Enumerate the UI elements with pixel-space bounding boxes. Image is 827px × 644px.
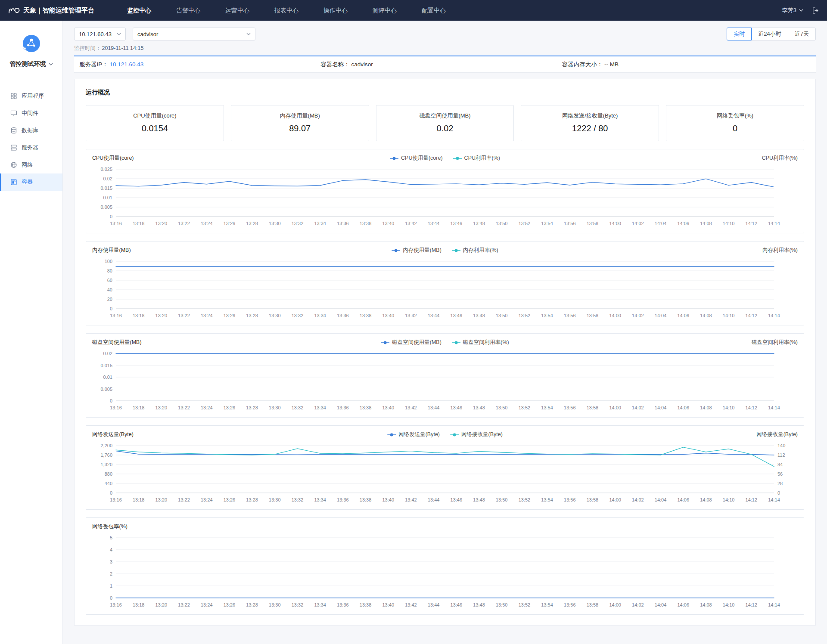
svg-text:14:12: 14:12 (746, 602, 758, 607)
env-avatar (22, 34, 41, 53)
svg-text:13:16: 13:16 (110, 221, 122, 226)
svg-text:13:50: 13:50 (496, 221, 508, 226)
svg-text:440: 440 (105, 481, 112, 486)
legend-item-磁盘空间利用率(%)[interactable]: 磁盘空间利用率(%) (452, 339, 509, 346)
svg-text:14:00: 14:00 (609, 405, 621, 410)
legend-item-内存利用率(%)[interactable]: 内存利用率(%) (452, 247, 498, 254)
svg-text:0.01: 0.01 (103, 375, 112, 380)
stat-card-value: 89.07 (231, 124, 369, 133)
svg-text:13:28: 13:28 (246, 497, 258, 502)
legend-label: 内存利用率(%) (463, 247, 498, 254)
svg-text:13:16: 13:16 (110, 313, 122, 318)
svg-text:13:32: 13:32 (292, 405, 304, 410)
topnav-item-告警中心[interactable]: 告警中心 (164, 0, 213, 21)
svg-text:13:48: 13:48 (473, 313, 485, 318)
topnav-item-操作中心[interactable]: 操作中心 (311, 0, 360, 21)
server-icon (10, 144, 17, 151)
chevron-down-icon (117, 33, 121, 35)
svg-text:14:10: 14:10 (723, 313, 735, 318)
svg-text:14:08: 14:08 (700, 497, 712, 502)
chart-header: CPU使用量(core)CPU使用量(core)CPU利用率(%)CPU利用率(… (92, 155, 798, 164)
svg-text:13:40: 13:40 (382, 313, 395, 318)
svg-text:13:24: 13:24 (201, 497, 213, 502)
svg-text:13:26: 13:26 (224, 221, 236, 226)
svg-text:14:02: 14:02 (632, 405, 644, 410)
svg-text:13:52: 13:52 (519, 221, 531, 226)
legend-item-网络发送量(Byte)[interactable]: 网络发送量(Byte) (387, 431, 440, 438)
server-select[interactable]: 10.121.60.43 (74, 28, 126, 40)
time-range-近24小时[interactable]: 近24小时 (751, 28, 788, 40)
topnav-item-运营中心[interactable]: 运营中心 (213, 0, 262, 21)
time-range-近7天[interactable]: 近7天 (788, 28, 816, 40)
legend-item-内存使用量(MB)[interactable]: 内存使用量(MB) (392, 247, 441, 254)
stat-card-value: 1222 / 80 (521, 124, 659, 133)
legend-item-CPU使用量(core)[interactable]: CPU使用量(core) (390, 155, 443, 162)
svg-text:13:36: 13:36 (337, 405, 349, 410)
sidebar-item-label: 容器 (22, 178, 33, 186)
sidebar-item-应用程序[interactable]: 应用程序 (0, 87, 62, 105)
svg-text:14:00: 14:00 (609, 221, 621, 226)
time-range-实时[interactable]: 实时 (727, 28, 752, 40)
svg-text:0: 0 (110, 595, 112, 601)
container-select[interactable]: cadvisor (133, 28, 255, 40)
svg-text:14:06: 14:06 (677, 602, 689, 607)
user-name: 李芳3 (782, 6, 796, 14)
svg-text:13:16: 13:16 (110, 497, 122, 502)
stat-card-value: 0.0154 (86, 124, 224, 133)
env-selector[interactable]: 管控测试环境 (5, 60, 57, 76)
chart-内存使用量(MB): 内存使用量(MB)内存使用量(MB)内存利用率(%)内存利用率(%)020406… (86, 241, 804, 325)
chart-CPU使用量(core): CPU使用量(core)CPU使用量(core)CPU利用率(%)CPU利用率(… (86, 149, 804, 233)
topnav-item-监控中心[interactable]: 监控中心 (115, 0, 164, 21)
svg-text:13:44: 13:44 (428, 405, 440, 410)
logout-icon[interactable] (812, 7, 819, 14)
legend-item-网络接收量(Byte)[interactable]: 网络接收量(Byte) (450, 431, 503, 438)
sidebar-item-数据库[interactable]: 数据库 (0, 122, 62, 139)
svg-text:13:34: 13:34 (314, 497, 326, 502)
chart-title: 内存使用量(MB) (92, 247, 131, 253)
stat-card-磁盘空间使用量(MB): 磁盘空间使用量(MB)0.02 (376, 105, 514, 141)
svg-text:60: 60 (107, 278, 112, 283)
svg-text:13:56: 13:56 (564, 497, 576, 502)
topnav-item-测评中心[interactable]: 测评中心 (360, 0, 409, 21)
svg-text:13:54: 13:54 (541, 313, 553, 318)
svg-text:13:50: 13:50 (496, 497, 508, 502)
svg-text:14:14: 14:14 (768, 497, 780, 502)
server-ip-value[interactable]: 10.121.60.43 (110, 61, 144, 68)
svg-text:14:08: 14:08 (700, 405, 712, 410)
svg-text:13:38: 13:38 (360, 313, 372, 318)
sidebar-item-中间件[interactable]: 中间件 (0, 105, 62, 122)
svg-text:13:38: 13:38 (360, 405, 372, 410)
svg-text:13:22: 13:22 (178, 602, 190, 607)
user-menu[interactable]: 李芳3 (782, 6, 803, 14)
svg-text:13:22: 13:22 (178, 221, 190, 226)
sidebar-item-服务器[interactable]: 服务器 (0, 139, 62, 156)
svg-text:0.01: 0.01 (103, 195, 112, 200)
stat-card-网络发送/接收量(Byte): 网络发送/接收量(Byte)1222 / 80 (521, 105, 659, 141)
svg-text:13:16: 13:16 (110, 602, 122, 607)
svg-text:2: 2 (110, 571, 112, 576)
legend-item-磁盘空间使用量(MB)[interactable]: 磁盘空间使用量(MB) (381, 339, 441, 346)
svg-text:13:20: 13:20 (155, 602, 168, 607)
sidebar-item-网络[interactable]: 网络 (0, 156, 62, 173)
svg-text:13:26: 13:26 (224, 313, 236, 318)
sidebar-item-容器[interactable]: 容器 (0, 173, 62, 191)
legend-marker-icon (392, 248, 400, 253)
svg-text:14:06: 14:06 (677, 497, 689, 502)
svg-text:0: 0 (110, 398, 112, 403)
svg-text:13:50: 13:50 (496, 405, 508, 410)
svg-text:13:54: 13:54 (541, 497, 553, 502)
svg-text:13:46: 13:46 (451, 313, 463, 318)
svg-text:13:40: 13:40 (382, 602, 395, 607)
chart-header: 内存使用量(MB)内存使用量(MB)内存利用率(%)内存利用率(%) (92, 247, 798, 256)
main-content: 10.121.60.43 cadvisor 实时近24小时近7天 监控时间：20… (63, 21, 827, 644)
legend-item-CPU利用率(%)[interactable]: CPU利用率(%) (453, 155, 500, 162)
svg-text:13:38: 13:38 (360, 497, 372, 502)
legend-marker-icon (453, 156, 462, 161)
svg-text:40: 40 (107, 287, 112, 292)
topnav-item-配置中心[interactable]: 配置中心 (409, 0, 458, 21)
topnav-item-报表中心[interactable]: 报表中心 (262, 0, 311, 21)
svg-text:13:56: 13:56 (564, 221, 576, 226)
svg-text:13:18: 13:18 (133, 313, 145, 318)
svg-text:13:16: 13:16 (110, 405, 122, 410)
svg-text:13:52: 13:52 (519, 313, 531, 318)
